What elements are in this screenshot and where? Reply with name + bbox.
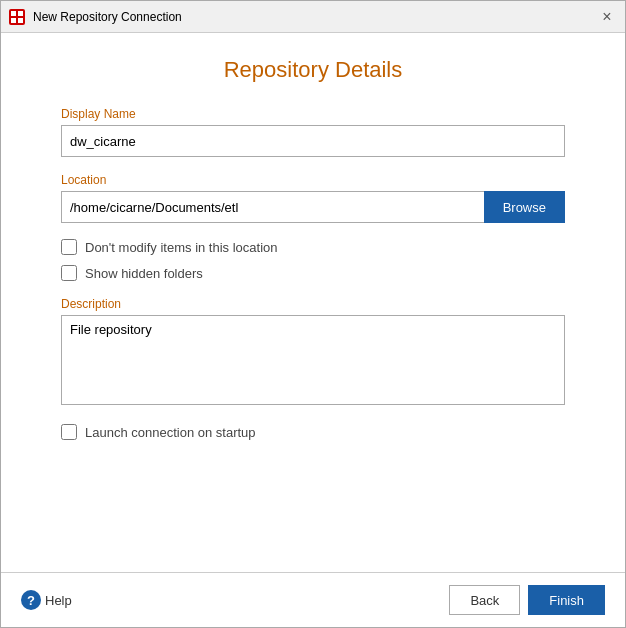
- svg-rect-2: [11, 18, 16, 23]
- description-label: Description: [61, 297, 565, 311]
- location-label: Location: [61, 173, 565, 187]
- dialog-content: Repository Details Display Name Location…: [1, 33, 625, 572]
- location-input[interactable]: [61, 191, 484, 223]
- back-button[interactable]: Back: [449, 585, 520, 615]
- page-heading: Repository Details: [61, 57, 565, 83]
- help-label: Help: [45, 593, 72, 608]
- footer-buttons: Back Finish: [449, 585, 605, 615]
- app-icon: [9, 9, 25, 25]
- show-hidden-label[interactable]: Show hidden folders: [85, 266, 203, 281]
- browse-button[interactable]: Browse: [484, 191, 565, 223]
- show-hidden-checkbox[interactable]: [61, 265, 77, 281]
- finish-button[interactable]: Finish: [528, 585, 605, 615]
- title-bar: New Repository Connection ×: [1, 1, 625, 33]
- display-name-label: Display Name: [61, 107, 565, 121]
- checkboxes-section: Don't modify items in this location Show…: [61, 239, 565, 281]
- show-hidden-row: Show hidden folders: [61, 265, 565, 281]
- display-name-input[interactable]: [61, 125, 565, 157]
- help-link[interactable]: ? Help: [21, 590, 72, 610]
- location-row: Browse: [61, 191, 565, 223]
- no-modify-label[interactable]: Don't modify items in this location: [85, 240, 278, 255]
- launch-startup-label[interactable]: Launch connection on startup: [85, 425, 256, 440]
- location-group: Location Browse: [61, 173, 565, 223]
- title-bar-title: New Repository Connection: [33, 10, 597, 24]
- dialog-footer: ? Help Back Finish: [1, 572, 625, 627]
- no-modify-checkbox[interactable]: [61, 239, 77, 255]
- description-textarea[interactable]: [61, 315, 565, 405]
- display-name-group: Display Name: [61, 107, 565, 157]
- description-group: Description: [61, 297, 565, 408]
- launch-startup-row: Launch connection on startup: [61, 424, 565, 440]
- svg-rect-1: [18, 11, 23, 16]
- help-icon: ?: [21, 590, 41, 610]
- launch-startup-checkbox[interactable]: [61, 424, 77, 440]
- no-modify-row: Don't modify items in this location: [61, 239, 565, 255]
- svg-rect-3: [18, 18, 23, 23]
- dialog-window: New Repository Connection × Repository D…: [0, 0, 626, 628]
- close-button[interactable]: ×: [597, 7, 617, 27]
- svg-rect-0: [11, 11, 16, 16]
